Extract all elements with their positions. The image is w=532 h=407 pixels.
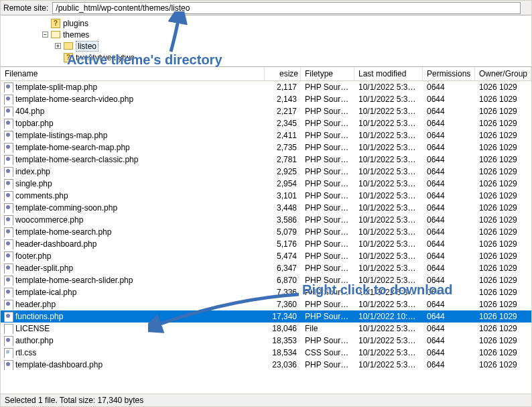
col-header-filesize[interactable]: esize [265, 67, 301, 80]
file-permissions: 0644 [423, 227, 475, 237]
file-row[interactable]: 404.php2,217PHP Sourc...10/1/2022 5:35:.… [1, 105, 531, 117]
file-size: 3,586 [265, 215, 301, 225]
file-size: 18,046 [265, 324, 301, 333]
remote-site-label: Remote site: [2, 3, 52, 13]
file-name: index.php [15, 167, 50, 176]
file-type: PHP Sourc... [301, 251, 354, 261]
file-type: File [301, 324, 354, 333]
file-php-icon [3, 275, 13, 286]
file-row[interactable]: template-comming-soon.php3,448PHP Sourc.… [1, 202, 531, 214]
file-row[interactable]: template-home-search-map.php2,735PHP Sou… [1, 141, 531, 154]
file-modified: 10/1/2022 5:35:... [354, 95, 423, 104]
file-row[interactable]: template-listings-map.php2,411PHP Sourc.… [1, 129, 531, 141]
file-type: PHP Sourc... [301, 143, 354, 152]
file-owner: 1026 1029 [475, 167, 531, 176]
file-row[interactable]: index.php2,925PHP Sourc...10/1/2022 5:35… [1, 166, 531, 178]
file-name: template-comming-soon.php [15, 203, 117, 213]
file-name: template-dashboard.php [15, 360, 103, 369]
tree-item-twentytwentytwo[interactable]: twentytwentytwo [76, 53, 135, 62]
file-list[interactable]: template-split-map.php2,117PHP Sourc...1… [1, 81, 531, 394]
file-modified: 10/1/2022 5:35:... [354, 300, 423, 309]
file-modified: 10/1/2022 5:35:... [354, 119, 423, 128]
file-name: comments.php [15, 191, 68, 200]
file-row[interactable]: template-dashboard.php23,036PHP Sourc...… [1, 359, 531, 371]
col-header-ownergroup[interactable]: Owner/Group [475, 67, 531, 80]
file-size: 7,360 [265, 300, 301, 309]
file-modified: 10/1/2022 5:35:... [354, 191, 423, 200]
file-size: 2,781 [265, 155, 301, 164]
tree-item-themes[interactable]: themes [63, 30, 89, 40]
col-header-permissions[interactable]: Permissions [423, 67, 475, 80]
file-row[interactable]: template-ical.php7,336PHP Sourc...10/1/2… [1, 286, 531, 298]
file-name: header-split.php [15, 264, 73, 273]
file-php-icon [3, 299, 13, 310]
tree-collapse-icon[interactable]: − [42, 32, 48, 38]
file-owner: 1026 1029 [475, 288, 531, 297]
file-row[interactable]: template-home-search-video.php2,143PHP S… [1, 93, 531, 105]
file-type: PHP Sourc... [301, 179, 354, 188]
file-size: 6,870 [265, 276, 301, 285]
file-owner: 1026 1029 [475, 251, 531, 261]
tree-expand-icon[interactable]: + [55, 43, 61, 49]
file-modified: 10/1/2022 5:35:... [354, 155, 423, 164]
file-modified: 10/1/2022 5:35:... [354, 167, 423, 176]
file-row[interactable]: LICENSE18,046File10/1/2022 5:35:...06441… [1, 323, 531, 335]
file-type: PHP Sourc... [301, 239, 354, 249]
file-list-panel: Filename esize Filetype Last modified Pe… [1, 67, 531, 394]
file-row[interactable]: header-dashboard.php5,176PHP Sourc...10/… [1, 238, 531, 250]
file-php-icon [3, 227, 13, 237]
file-owner: 1026 1029 [475, 191, 531, 200]
file-size: 2,925 [265, 167, 301, 176]
file-row[interactable]: template-split-map.php2,117PHP Sourc...1… [1, 81, 531, 93]
file-row[interactable]: comments.php3,101PHP Sourc...10/1/2022 5… [1, 190, 531, 202]
file-owner: 1026 1029 [475, 82, 531, 92]
file-row[interactable]: woocommerce.php3,586PHP Sourc...10/1/202… [1, 214, 531, 226]
remote-path-input[interactable]: /public_html/wp-content/themes/listeo [52, 2, 521, 14]
file-modified: 10/1/2022 5:35:... [354, 227, 423, 237]
file-type: PHP Sourc... [301, 107, 354, 116]
file-owner: 1026 1029 [475, 300, 531, 309]
file-row[interactable]: functions.php17,340PHP Sourc...10/1/2022… [1, 310, 531, 323]
file-owner: 1026 1029 [475, 348, 531, 357]
file-row[interactable]: footer.php5,474PHP Sourc...10/1/2022 5:3… [1, 250, 531, 262]
remote-tree[interactable]: ? plugins − themes + listeo ? twentytwen… [1, 15, 531, 67]
col-header-filename[interactable]: Filename [1, 67, 265, 80]
file-name: header.php [15, 300, 56, 309]
file-owner: 1026 1029 [475, 155, 531, 164]
col-header-lastmodified[interactable]: Last modified [354, 67, 423, 80]
column-headers[interactable]: Filename esize Filetype Last modified Pe… [1, 67, 531, 81]
file-type: PHP Sourc... [301, 276, 354, 285]
file-php-icon [3, 215, 13, 225]
file-modified: 10/1/2022 10:0... [354, 312, 423, 321]
file-type: PHP Sourc... [301, 215, 354, 225]
file-row[interactable]: header.php7,360PHP Sourc...10/1/2022 5:3… [1, 298, 531, 310]
file-size: 2,954 [265, 179, 301, 188]
file-php-icon [3, 311, 13, 322]
file-row[interactable]: author.php18,353PHP Sourc...10/1/2022 5:… [1, 335, 531, 347]
file-type: PHP Sourc... [301, 119, 354, 128]
file-row[interactable]: template-home-search-slider.php6,870PHP … [1, 274, 531, 286]
file-css-icon [3, 347, 13, 358]
file-row[interactable]: single.php2,954PHP Sourc...10/1/2022 5:3… [1, 178, 531, 190]
file-owner: 1026 1029 [475, 119, 531, 128]
file-permissions: 0644 [423, 276, 475, 285]
file-size: 3,448 [265, 203, 301, 213]
file-type: PHP Sourc... [301, 336, 354, 345]
tree-item-listeo[interactable]: listeo [76, 41, 98, 52]
file-name: topbar.php [15, 119, 54, 128]
folder-unknown-icon: ? [51, 19, 60, 28]
file-type: PHP Sourc... [301, 227, 354, 237]
file-permissions: 0644 [423, 155, 475, 164]
file-php-icon [3, 106, 13, 117]
file-owner: 1026 1029 [475, 143, 531, 152]
file-permissions: 0644 [423, 348, 475, 357]
file-row[interactable]: template-home-search-classic.php2,781PHP… [1, 154, 531, 166]
file-row[interactable]: topbar.php2,345PHP Sourc...10/1/2022 5:3… [1, 117, 531, 129]
file-row[interactable]: template-home-search.php5,079PHP Sourc..… [1, 226, 531, 238]
file-row[interactable]: rtl.css18,534CSS Sourc...10/1/2022 5:35:… [1, 347, 531, 359]
tree-item-plugins[interactable]: plugins [63, 19, 88, 28]
file-modified: 10/1/2022 5:35:... [354, 251, 423, 261]
file-row[interactable]: header-split.php6,347PHP Sourc...10/1/20… [1, 262, 531, 274]
file-type: PHP Sourc... [301, 300, 354, 309]
col-header-filetype[interactable]: Filetype [301, 67, 354, 80]
